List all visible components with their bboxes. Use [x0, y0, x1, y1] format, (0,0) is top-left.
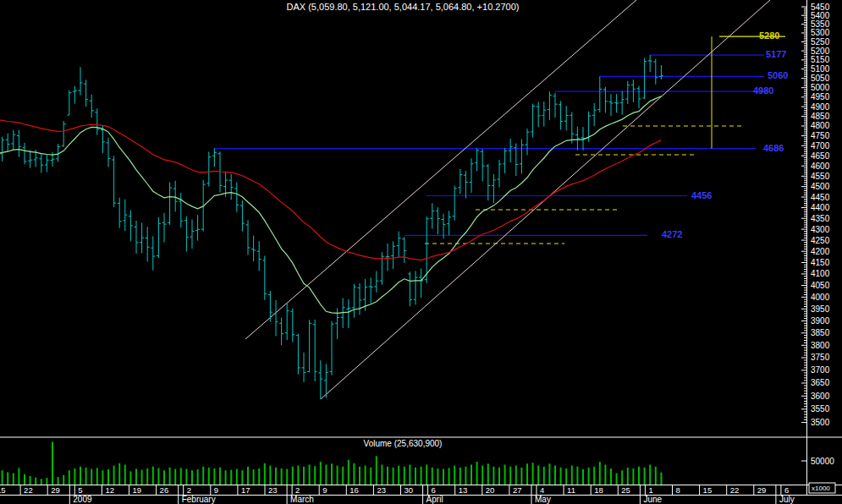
volume-unit-label: x1000 — [812, 485, 830, 492]
price-tick-label: 4700 — [811, 141, 830, 151]
price-tick-label: 3600 — [811, 392, 830, 401]
week-label: 4 — [540, 485, 544, 495]
ohlc-bar — [509, 139, 513, 162]
ohlc-bar — [173, 181, 178, 212]
week-label: 29 — [51, 485, 60, 495]
price-tick-label: 3550 — [811, 404, 830, 414]
month-label: March — [290, 495, 314, 504]
ohlc-bar — [346, 299, 350, 328]
price-tick-label: 3950 — [811, 304, 830, 314]
ohlc-bar — [313, 320, 317, 381]
ohlc-bar — [408, 271, 412, 306]
ohlc-bar — [637, 85, 641, 108]
ohlc-bar — [564, 106, 569, 130]
price-tick-label: 4200 — [811, 247, 830, 256]
week-label: 11 — [567, 485, 575, 495]
price-tick-label: 4250 — [811, 236, 830, 245]
ohlc-bar — [419, 268, 423, 298]
ohlc-bar — [486, 164, 490, 200]
price-tick-label: 5250 — [811, 37, 830, 47]
week-label: 20 — [486, 485, 495, 495]
price-tick-label: 3850 — [811, 328, 830, 337]
week-label: 8 — [676, 485, 680, 495]
week-label: 15 — [0, 485, 6, 495]
week-label: 23 — [377, 485, 386, 495]
ohlc-bar — [118, 198, 122, 228]
ohlc-bar — [168, 182, 172, 224]
ohlc-bar — [620, 91, 625, 115]
ohlc-bar — [653, 59, 658, 85]
ohlc-bar — [17, 130, 21, 157]
ohlc-bar — [391, 241, 395, 269]
ohlc-bar — [542, 101, 546, 127]
level-labels: 5280517750604980468644564272 — [662, 30, 788, 239]
ohlc-bar — [229, 174, 234, 200]
week-label: 2 — [295, 485, 300, 495]
volume-scale-label: 50000 — [811, 457, 834, 466]
ohlc-bar — [112, 156, 116, 207]
ohlc-bars — [0, 55, 663, 399]
ohlc-bar — [453, 186, 457, 221]
ohlc-bar — [464, 171, 468, 198]
ohlc-bar — [157, 217, 161, 258]
ohlc-bar — [548, 91, 552, 120]
week-label: 9 — [322, 485, 327, 495]
ohlc-bar — [279, 318, 283, 346]
week-label: 23 — [268, 485, 278, 495]
week-label: 22 — [24, 485, 33, 495]
price-tick-label: 5350 — [811, 19, 830, 29]
trendline-0[interactable] — [245, 0, 636, 339]
ohlc-bar — [520, 140, 524, 174]
price-tick-label: 4800 — [811, 121, 830, 130]
ohlc-bar — [625, 81, 630, 104]
ohlc-bar — [570, 112, 574, 143]
ohlc-bar — [447, 211, 451, 235]
ohlc-bar — [470, 158, 474, 193]
price-tick-label: 3650 — [811, 378, 830, 387]
ohlc-bar — [526, 129, 530, 156]
price-tick-label: 4350 — [811, 214, 830, 223]
ohlc-bar — [234, 182, 239, 211]
ohlc-bar — [6, 134, 10, 152]
dashed-target-lines[interactable] — [425, 126, 745, 244]
ohlc-bar — [246, 220, 250, 255]
ohlc-bar — [262, 255, 267, 299]
ohlc-bar — [352, 284, 356, 318]
ohlc-bar — [531, 104, 535, 138]
ohlc-bar — [146, 227, 150, 261]
level-label-4686: 4686 — [763, 143, 784, 153]
month-label: May — [535, 495, 551, 504]
week-label: 16 — [349, 485, 359, 495]
ohlc-bar — [397, 232, 401, 257]
month-label: July — [779, 495, 795, 504]
moving-averages — [0, 96, 661, 314]
dax-chart: 5280517750604980468644564272 35003550360… — [0, 0, 842, 504]
price-tick-label: 4150 — [811, 258, 830, 267]
ohlc-bar — [129, 211, 133, 241]
ohlc-bar — [430, 203, 434, 228]
ohlc-bar — [436, 207, 440, 234]
ohlc-bar — [135, 221, 139, 254]
week-label: 18 — [594, 485, 603, 495]
ohlc-bar — [597, 76, 602, 112]
ohlc-bar — [95, 108, 99, 134]
week-label: 27 — [513, 485, 522, 495]
level-label-5060: 5060 — [768, 70, 788, 80]
ohlc-bar — [642, 58, 647, 99]
price-tick-label: 5050 — [811, 74, 830, 83]
ohlc-bar — [67, 90, 71, 116]
fast-ema-line — [0, 96, 661, 314]
price-tick-label: 5400 — [811, 11, 830, 20]
price-tick-label: 5150 — [811, 55, 830, 64]
week-label: 22 — [730, 485, 740, 495]
ohlc-bar — [503, 148, 507, 173]
ohlc-bar — [648, 55, 652, 72]
month-label: June — [643, 495, 662, 504]
price-tick-label: 4600 — [811, 162, 830, 171]
ohlc-bar — [302, 353, 306, 382]
ohlc-bar — [240, 200, 245, 232]
ohlc-bar — [330, 321, 334, 375]
ohlc-bar — [39, 153, 43, 173]
ohlc-bar — [179, 193, 183, 227]
support-resistance-lines[interactable] — [214, 36, 785, 235]
